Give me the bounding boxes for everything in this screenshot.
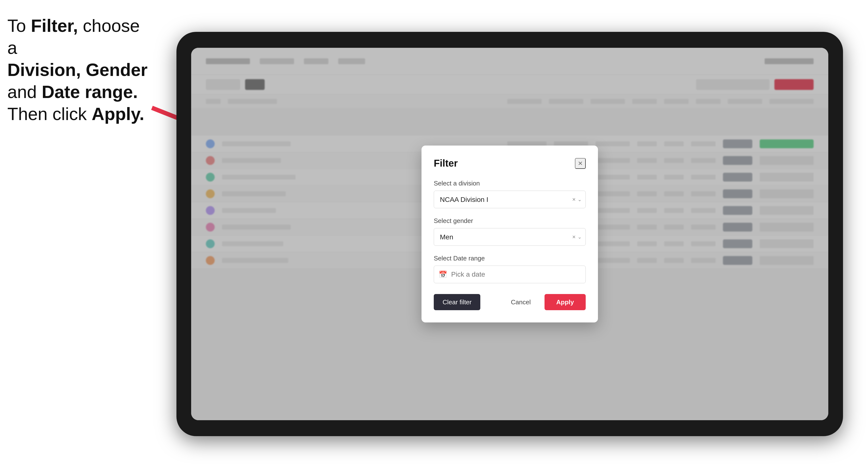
instruction-bold2: Division, Gender: [7, 60, 148, 80]
division-select-icons: × ⌄: [572, 196, 582, 203]
division-label: Select a division: [434, 180, 586, 187]
instruction-line3: and Date range.: [7, 82, 138, 102]
apply-button[interactable]: Apply: [545, 294, 586, 310]
modal-title: Filter: [434, 158, 458, 169]
gender-select[interactable]: Men: [434, 228, 586, 246]
gender-field-group: Select gender Men × ⌄: [434, 217, 586, 246]
gender-select-wrapper: Men × ⌄: [434, 228, 586, 246]
instruction-line4: Then click Apply.: [7, 104, 144, 124]
modal-footer: Clear filter Cancel Apply: [434, 294, 586, 310]
modal-close-button[interactable]: ×: [575, 158, 586, 169]
cancel-button[interactable]: Cancel: [502, 294, 539, 310]
tablet-frame: Filter × Select a division NCAA Division…: [177, 32, 843, 436]
gender-label: Select gender: [434, 217, 586, 225]
date-range-input[interactable]: [434, 266, 586, 283]
clear-filter-button[interactable]: Clear filter: [434, 294, 480, 310]
instruction-line1: To Filter, choose a: [7, 16, 140, 58]
gender-clear-icon[interactable]: ×: [572, 234, 576, 240]
instruction-text: To Filter, choose a Division, Gender and…: [7, 15, 150, 125]
tablet-screen: Filter × Select a division NCAA Division…: [191, 48, 828, 420]
modal-header: Filter ×: [434, 158, 586, 169]
modal-overlay: Filter × Select a division NCAA Division…: [191, 48, 828, 420]
division-chevron-icon: ⌄: [578, 196, 582, 203]
division-select[interactable]: NCAA Division I: [434, 191, 586, 208]
division-field-group: Select a division NCAA Division I × ⌄: [434, 180, 586, 208]
calendar-icon: 📅: [439, 271, 447, 279]
gender-chevron-icon: ⌄: [578, 234, 582, 240]
date-range-field-group: Select Date range 📅: [434, 255, 586, 283]
date-range-label: Select Date range: [434, 255, 586, 262]
gender-select-icons: × ⌄: [572, 234, 582, 240]
division-clear-icon[interactable]: ×: [572, 196, 576, 203]
footer-right-buttons: Cancel Apply: [502, 294, 586, 310]
filter-modal: Filter × Select a division NCAA Division…: [422, 146, 598, 322]
division-select-wrapper: NCAA Division I × ⌄: [434, 191, 586, 208]
date-input-wrapper: 📅: [434, 266, 586, 283]
